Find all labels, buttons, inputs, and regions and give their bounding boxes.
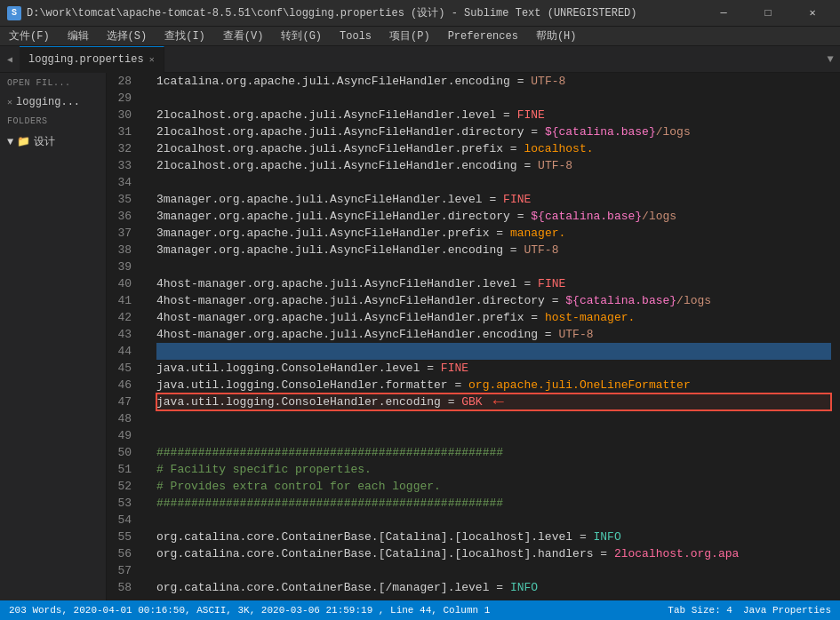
code-line: 3manager.org.apache.juli.AsyncFileHandle… xyxy=(156,208,831,225)
tab-close-icon[interactable]: ✕ xyxy=(149,54,155,65)
status-right: Tab Size: 4 Java Properties xyxy=(668,605,831,616)
status-left: 203 Words, 2020-04-01 00:16:50, ASCII, 3… xyxy=(9,605,490,616)
file-type: Java Properties xyxy=(743,605,831,616)
close-button[interactable]: ✕ xyxy=(792,0,833,27)
line-number: 43 xyxy=(114,326,140,343)
sidebar: OPEN FIL... ✕ logging... FOLDERS ▼ 📁 设计 xyxy=(0,73,107,600)
line-number: 54 xyxy=(114,512,140,529)
arrow-icon: ← xyxy=(493,393,504,410)
code-line: 2localhost.org.apache.juli.AsyncFileHand… xyxy=(156,123,831,140)
code-line: org.catalina.core.ContainerBase.[/manage… xyxy=(156,579,831,596)
line-number: 46 xyxy=(114,377,140,393)
line-number: 44 xyxy=(114,343,140,360)
code-line: ########################################… xyxy=(156,444,831,461)
code-line xyxy=(156,562,831,579)
line-number: 47 xyxy=(114,393,140,410)
menu-item[interactable]: 选择(S) xyxy=(98,27,156,46)
code-line xyxy=(156,174,831,191)
folder-icon: 📁 xyxy=(17,135,30,148)
sidebar-folders-label: FOLDERS xyxy=(0,111,106,131)
line-number: 42 xyxy=(114,309,140,326)
code-line: 1catalina.org.apache.juli.AsyncFileHandl… xyxy=(156,73,831,90)
tab-size: Tab Size: 4 xyxy=(668,605,732,616)
status-bar: 203 Words, 2020-04-01 00:16:50, ASCII, 3… xyxy=(0,600,840,620)
line-number: 51 xyxy=(114,461,140,478)
code-line: 2localhost.org.apache.juli.AsyncFileHand… xyxy=(156,140,831,157)
line-number: 58 xyxy=(114,579,140,596)
line-number: 56 xyxy=(114,545,140,562)
menu-item[interactable]: 转到(G) xyxy=(272,27,331,46)
sidebar-file-name: logging... xyxy=(16,96,80,108)
code-line xyxy=(156,410,831,427)
sidebar-folder-item[interactable]: ▼ 📁 设计 xyxy=(0,131,106,152)
line-number: 31 xyxy=(114,123,140,140)
line-number: 36 xyxy=(114,208,140,225)
main-layout: OPEN FIL... ✕ logging... FOLDERS ▼ 📁 设计 … xyxy=(0,73,840,600)
code-lines: 1catalina.org.apache.juli.AsyncFileHandl… xyxy=(148,73,840,600)
line-number: 29 xyxy=(114,90,140,107)
code-line: ########################################… xyxy=(156,495,831,512)
code-line: 3manager.org.apache.juli.AsyncFileHandle… xyxy=(156,191,831,208)
tab-label: logging.properties xyxy=(28,53,144,66)
menu-item[interactable]: 项目(P) xyxy=(380,27,439,46)
menu-item[interactable]: 查找(I) xyxy=(156,27,214,46)
code-line xyxy=(156,90,831,107)
line-number: 41 xyxy=(114,292,140,309)
line-number: 49 xyxy=(114,427,140,444)
code-line: org.catalina.core.ContainerBase.[Catalin… xyxy=(156,529,831,545)
menu-item[interactable]: 帮助(H) xyxy=(527,27,586,46)
line-numbers: 2829303132333435363738394041424344454647… xyxy=(107,73,148,600)
line-number: 28 xyxy=(114,73,140,90)
tab-scroll-left[interactable]: ◀ xyxy=(0,46,20,73)
active-tab[interactable]: logging.properties ✕ xyxy=(20,46,164,73)
code-line: 2localhost.org.apache.juli.AsyncFileHand… xyxy=(156,157,831,174)
line-number: 48 xyxy=(114,410,140,427)
menu-item[interactable]: Preferences xyxy=(439,27,527,46)
code-line xyxy=(156,512,831,529)
maximize-button[interactable]: □ xyxy=(748,0,788,27)
line-number: 45 xyxy=(114,360,140,377)
menu-item[interactable]: Tools xyxy=(331,27,380,46)
code-line: 4host-manager.org.apache.juli.AsyncFileH… xyxy=(156,309,831,326)
code-line: 4host-manager.org.apache.juli.AsyncFileH… xyxy=(156,275,831,292)
minimize-button[interactable]: — xyxy=(703,0,744,27)
line-number: 39 xyxy=(114,258,140,275)
line-number: 30 xyxy=(114,107,140,123)
menu-bar: 文件(F)编辑选择(S)查找(I)查看(V)转到(G)Tools项目(P)Pre… xyxy=(0,27,840,46)
line-number: 40 xyxy=(114,275,140,292)
line-number: 52 xyxy=(114,478,140,495)
line-number: 53 xyxy=(114,495,140,512)
sidebar-file-item[interactable]: ✕ logging... xyxy=(0,93,106,111)
code-line: 4host-manager.org.apache.juli.AsyncFileH… xyxy=(156,292,831,309)
line-number: 33 xyxy=(114,157,140,174)
title-bar-left: S D:\work\tomcat\apache-tomcat-8.5.51\co… xyxy=(7,5,637,20)
code-line xyxy=(156,343,831,360)
title-bar: S D:\work\tomcat\apache-tomcat-8.5.51\co… xyxy=(0,0,840,27)
code-area: 2829303132333435363738394041424344454647… xyxy=(107,73,840,600)
menu-item[interactable]: 编辑 xyxy=(59,27,98,46)
line-number: 34 xyxy=(114,174,140,191)
line-number: 35 xyxy=(114,191,140,208)
menu-item[interactable]: 文件(F) xyxy=(0,27,59,46)
folder-name: 设计 xyxy=(34,134,55,149)
tab-bar: ◀ logging.properties ✕ ▼ xyxy=(0,46,840,73)
close-icon[interactable]: ✕ xyxy=(7,97,12,107)
menu-item[interactable]: 查看(V) xyxy=(214,27,273,46)
code-line xyxy=(156,258,831,275)
code-line: # Facility specific properties. xyxy=(156,461,831,478)
app-icon: S xyxy=(7,6,21,20)
code-line: 4host-manager.org.apache.juli.AsyncFileH… xyxy=(156,326,831,343)
status-info: 203 Words, 2020-04-01 00:16:50, ASCII, 3… xyxy=(9,605,490,616)
line-number: 55 xyxy=(114,529,140,545)
code-line xyxy=(156,427,831,444)
code-line: # Provides extra control for each logger… xyxy=(156,478,831,495)
code-content[interactable]: 2829303132333435363738394041424344454647… xyxy=(107,73,840,600)
code-line: org.catalina.core.ContainerBase.[Catalin… xyxy=(156,545,831,562)
title-text: D:\work\tomcat\apache-tomcat-8.5.51\conf… xyxy=(27,5,637,20)
line-number: 37 xyxy=(114,225,140,242)
line-number: 38 xyxy=(114,242,140,258)
code-line: 3manager.org.apache.juli.AsyncFileHandle… xyxy=(156,225,831,242)
tab-dropdown[interactable]: ▼ xyxy=(820,46,840,73)
code-line: java.util.logging.ConsoleHandler.level =… xyxy=(156,360,831,377)
window-controls: — □ ✕ xyxy=(703,0,833,27)
